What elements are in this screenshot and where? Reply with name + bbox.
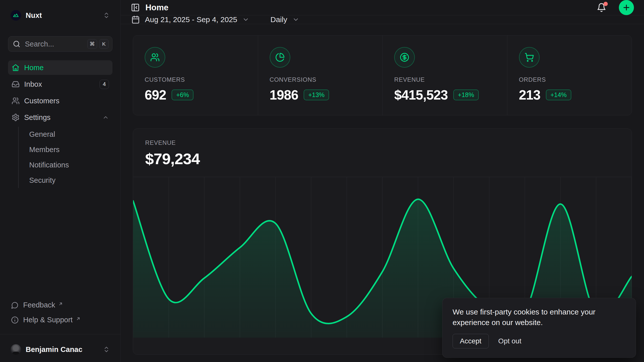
date-range-label: Aug 21, 2025 - Sep 4, 2025 [145, 15, 237, 24]
inbox-icon [12, 80, 20, 88]
notification-dot [603, 2, 608, 6]
house-icon [12, 64, 20, 72]
circle-dollar-sign-icon [394, 47, 415, 68]
sidebar-footer: Feedback Help & Support Ben [8, 299, 112, 362]
sidebar: Nuxt Search... ⌘ K Home [0, 0, 121, 362]
sidebar-item-customers[interactable]: Customers [8, 94, 112, 108]
user-name: Benjamin Canac [26, 345, 98, 354]
stat-value: $415,523 [394, 87, 448, 103]
sidebar-item-label: Home [24, 64, 44, 72]
workspace-switcher[interactable]: Nuxt [8, 0, 112, 31]
search-input[interactable]: Search... ⌘ K [8, 36, 112, 52]
users-icon [12, 97, 20, 105]
stat-value: 692 [145, 87, 166, 103]
workspace-name: Nuxt [26, 11, 98, 20]
avatar [11, 344, 21, 355]
sidebar-item-general[interactable]: General [27, 127, 112, 142]
sidebar-item-security[interactable]: Security [27, 173, 112, 188]
external-link-icon [58, 301, 63, 306]
chevrons-up-down-icon [103, 12, 110, 19]
main-area: Home Aug 21, 2025 - Sep 4, [121, 0, 644, 362]
sidebar-item-label: Customers [24, 97, 59, 105]
sidebar-item-home[interactable]: Home [8, 60, 112, 75]
nuxt-logo-icon [11, 10, 21, 21]
stats-card: CUSTOMERS 692 +6% CONVERSIONS 1986 +13% [133, 35, 632, 115]
sidebar-item-label: Settings [24, 113, 51, 122]
stat-label: ORDERS [519, 76, 620, 83]
stat-revenue: REVENUE $415,523 +18% [382, 35, 507, 115]
calendar-icon [131, 15, 140, 24]
stat-delta-badge: +13% [304, 89, 329, 100]
cookie-banner: We use first-party cookies to enhance yo… [442, 298, 636, 358]
collapse-sidebar-button[interactable] [131, 3, 140, 12]
date-range-picker[interactable]: Aug 21, 2025 - Sep 4, 2025 [131, 15, 249, 24]
settings-sub-list: General Members Notifications Security [18, 127, 112, 188]
search-placeholder: Search... [25, 40, 83, 48]
notifications-button[interactable] [597, 3, 606, 12]
users-icon [145, 47, 165, 68]
sidebar-item-notifications[interactable]: Notifications [27, 157, 112, 173]
chevron-down-icon [242, 16, 249, 23]
stat-delta-badge: +18% [453, 89, 479, 100]
gear-icon [12, 113, 20, 121]
feedback-link[interactable]: Feedback [8, 299, 112, 311]
stat-label: CONVERSIONS [270, 76, 371, 83]
sidebar-item-inbox[interactable]: Inbox 4 [8, 77, 112, 92]
page-header: Home [121, 0, 644, 15]
stat-conversions: CONVERSIONS 1986 +13% [258, 35, 383, 115]
cookie-message: We use first-party cookies to enhance yo… [453, 307, 626, 328]
divider [0, 334, 120, 334]
chevron-down-icon [292, 16, 299, 23]
chevron-up-icon [102, 114, 109, 121]
panel-left-close-icon [131, 3, 140, 12]
kbd-command: ⌘ [87, 39, 97, 49]
stat-label: REVENUE [394, 76, 496, 83]
sidebar-item-label: Inbox [24, 80, 42, 88]
search-icon [13, 40, 20, 48]
search-shortcut: ⌘ K [87, 39, 109, 49]
dashboard-content: CUSTOMERS 692 +6% CONVERSIONS 1986 +13% [121, 24, 644, 362]
filter-toolbar: Aug 21, 2025 - Sep 4, 2025 Daily [121, 15, 644, 24]
plus-icon [622, 3, 631, 12]
accept-cookies-button[interactable]: Accept [453, 334, 489, 348]
stat-orders: ORDERS 213 +14% [507, 35, 632, 115]
revenue-value: $79,234 [145, 150, 620, 168]
stat-value: 1986 [270, 87, 298, 103]
sidebar-item-settings[interactable]: Settings [8, 110, 112, 125]
message-circle-icon [11, 301, 19, 309]
user-menu[interactable]: Benjamin Canac [8, 337, 112, 362]
sidebar-nav: Home Inbox 4 Customers [8, 60, 112, 188]
stat-value: 213 [519, 87, 540, 103]
pie-chart-icon [270, 47, 290, 68]
info-circle-icon [11, 316, 19, 324]
stat-delta-badge: +6% [172, 89, 193, 100]
add-button[interactable] [619, 0, 634, 15]
help-support-link[interactable]: Help & Support [8, 314, 112, 326]
kbd-k: K [99, 39, 109, 49]
revenue-card-header: REVENUE $79,234 [133, 129, 632, 168]
external-link-icon [76, 316, 81, 321]
page-title: Home [145, 3, 591, 12]
inbox-count-badge: 4 [100, 80, 109, 89]
granularity-label: Daily [270, 15, 287, 24]
opt-out-button[interactable]: Opt out [498, 337, 521, 345]
stat-label: CUSTOMERS [145, 76, 246, 83]
stat-delta-badge: +14% [546, 89, 571, 100]
stat-customers: CUSTOMERS 692 +6% [133, 35, 258, 115]
revenue-label: REVENUE [145, 139, 620, 146]
chevrons-up-down-icon [103, 346, 110, 353]
feedback-label: Feedback [23, 301, 55, 309]
help-support-label: Help & Support [23, 316, 73, 324]
granularity-select[interactable]: Daily [270, 15, 299, 24]
shopping-cart-icon [519, 47, 540, 68]
sidebar-item-members[interactable]: Members [27, 142, 112, 157]
